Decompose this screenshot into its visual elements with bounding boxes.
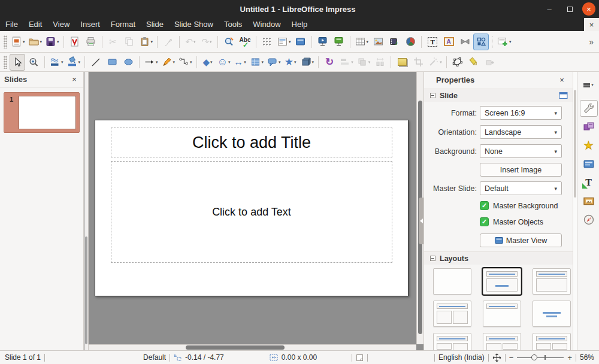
3d-objects-button[interactable]: ▾ [299,54,316,71]
slide-style[interactable]: Default [143,353,166,362]
horizontal-scrollbar[interactable] [89,344,416,350]
zoom-pan-button[interactable] [26,54,41,71]
connectors-button[interactable]: ▾ [177,54,193,71]
format-dropdown[interactable]: Screen 16:9 ▾ [480,106,562,120]
select-tool-button[interactable] [10,54,25,71]
deck-scrollbar-thumb[interactable] [574,90,576,198]
splitter-handle[interactable] [85,236,87,344]
tab-properties[interactable] [580,100,598,117]
export-pdf-button[interactable] [67,34,83,50]
menu-help[interactable]: Help [286,18,313,31]
open-button[interactable]: ▾ [27,34,44,50]
deck-scrollbar[interactable] [573,72,577,350]
zoom-slider-thumb[interactable] [531,354,537,360]
master-background-checkbox-row[interactable]: ✓ Master Background [480,201,558,210]
menu-slide[interactable]: Slide [141,18,169,31]
layout-title-2-content[interactable] [433,301,471,327]
menu-slide-show[interactable]: Slide Show [169,18,219,31]
master-view-button[interactable]: Master View [480,233,562,247]
more-options-icon[interactable] [559,92,568,99]
zoom-level[interactable]: 56% [580,353,594,362]
slides-panel-close-button[interactable]: × [69,75,79,84]
gluepoints-button[interactable] [466,54,482,71]
zoom-in-button[interactable]: + [567,353,572,362]
layout-2-content-and-content[interactable] [433,333,471,350]
fill-color-button[interactable]: ▾ [65,54,82,71]
layout-title-slide[interactable] [483,268,521,295]
toolbar-overflow-button[interactable]: » [589,37,594,47]
zoom-slider[interactable] [517,353,564,362]
fit-slide-icon[interactable] [492,353,501,362]
ellipse-tool-button[interactable] [120,54,136,71]
slide-editing-area[interactable]: Click to add Title Click to add Text [95,120,409,296]
tab-animation[interactable]: ★ [580,137,598,154]
toolbar-grip[interactable] [4,35,7,48]
menu-edit[interactable]: Edit [23,18,47,31]
layout-centered-text[interactable] [533,301,571,327]
display-grid-button[interactable] [259,34,275,50]
callout-shapes-button[interactable]: ▾ [265,54,282,71]
show-draw-functions-button[interactable] [473,34,489,50]
insert-text-box-button[interactable]: T [425,34,440,50]
insert-image-sidebar-button[interactable]: Insert Image [480,163,562,177]
collapse-section-icon[interactable] [430,93,435,98]
print-button[interactable] [83,34,99,50]
slide-canvas[interactable]: Click to add Title Click to add Text [89,72,416,344]
shadow-button[interactable] [394,54,410,71]
text-language[interactable]: English (India) [438,353,485,362]
start-from-first-slide-button[interactable] [315,34,331,50]
basic-shapes-button[interactable]: ◆▾ [200,54,216,71]
properties-close-button[interactable]: × [557,75,567,84]
flowchart-button[interactable]: ▾ [249,54,265,71]
minimize-button[interactable]: – [541,1,557,17]
rotate-button[interactable]: ↻ [322,54,337,71]
content-placeholder[interactable]: Click to add Text [111,161,392,263]
menu-insert[interactable]: Insert [75,18,105,31]
save-button[interactable]: ▾ [44,34,60,50]
layout-title-content[interactable] [533,268,571,295]
lines-arrows-button[interactable]: ▾ [143,54,159,71]
zoom-slider-track[interactable] [517,357,564,359]
zoom-out-button[interactable]: − [509,353,514,362]
paste-button[interactable]: ▾ [138,34,155,50]
document-modified-icon[interactable] [356,354,364,362]
edit-points-button[interactable] [450,54,465,71]
rectangle-tool-button[interactable] [104,54,120,71]
menu-window[interactable]: Window [247,18,286,31]
horizontal-scrollbar-thumb[interactable] [186,345,285,350]
master-background-checkbox[interactable]: ✓ [480,201,489,210]
insert-hyperlink-button[interactable] [457,34,473,50]
new-slide-button[interactable]: ▾ [495,34,513,50]
sidebar-settings-button[interactable]: ▾ [580,77,598,93]
curves-polygons-button[interactable]: ▾ [160,54,177,71]
stars-banners-button[interactable]: ★▾ [283,54,298,71]
close-document-button[interactable]: × [584,18,599,31]
slide-thumbnail-1[interactable]: 1 [4,92,80,133]
layout-title-only[interactable] [483,301,521,327]
tab-master-slides[interactable] [580,156,598,172]
layout-blank-slide[interactable] [433,268,471,295]
tab-styles[interactable]: T [580,174,598,191]
maximize-button[interactable] [562,1,577,17]
menu-view[interactable]: View [47,18,75,31]
layout-2-content-over-content[interactable] [533,333,571,350]
start-from-current-slide-button[interactable] [331,34,347,50]
block-arrows-button[interactable]: ↔▾ [232,54,248,71]
slide-section-header[interactable]: Slide [424,89,573,102]
title-placeholder[interactable]: Click to add Title [111,128,392,157]
layout-content-and-2-content[interactable] [483,333,521,350]
master-slide-button[interactable] [293,34,308,50]
menu-file[interactable]: File [0,18,23,31]
background-dropdown[interactable]: None ▾ [480,144,562,158]
master-objects-checkbox[interactable]: ✓ [480,217,489,226]
new-presentation-button[interactable]: ▾ [10,34,26,50]
insert-media-button[interactable]: ♪ [386,34,402,50]
tab-slide-transition[interactable] [580,119,598,135]
master-objects-checkbox-row[interactable]: ✓ Master Objects [480,217,543,226]
symbol-shapes-button[interactable]: ☺▾ [216,54,232,71]
layouts-section-header[interactable]: Layouts [424,251,573,265]
insert-fontwork-button[interactable]: A [441,34,456,50]
menu-format[interactable]: Format [105,18,141,31]
insert-table-button[interactable]: ▾ [353,34,370,50]
insert-chart-button[interactable] [403,34,418,50]
